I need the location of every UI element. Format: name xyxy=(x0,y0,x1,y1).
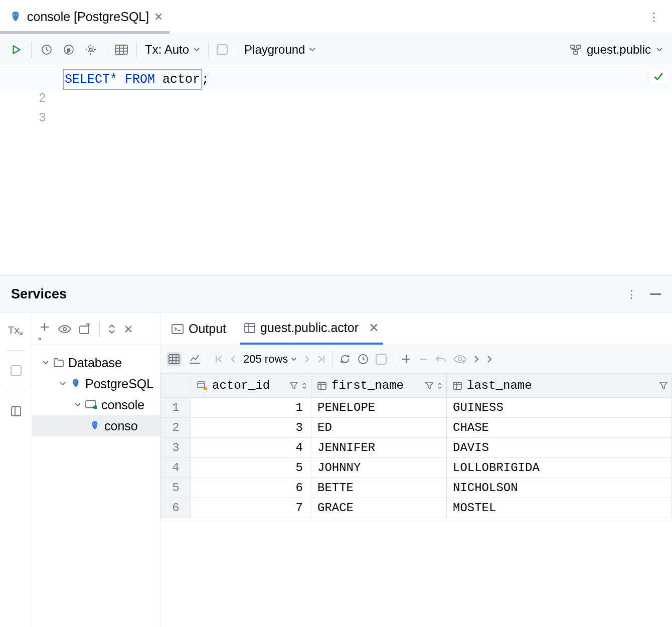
table-view-icon[interactable] xyxy=(166,352,182,366)
cell-first-name[interactable]: ED xyxy=(311,418,447,438)
add-row-icon[interactable] xyxy=(401,354,411,364)
tx-label[interactable]: Tx xyxy=(8,322,24,338)
tree-node-console[interactable]: console xyxy=(32,394,160,415)
tree-node-database[interactable]: Database xyxy=(32,352,160,373)
last-page-icon[interactable] xyxy=(317,355,325,364)
cell-first-name[interactable]: GRACE xyxy=(311,498,447,518)
svg-rect-27 xyxy=(169,355,179,364)
cell-last-name[interactable]: GUINESS xyxy=(447,398,672,418)
close-icon[interactable] xyxy=(124,325,133,334)
expand-collapse-icon[interactable] xyxy=(108,323,116,335)
cell-actor-id[interactable]: 3 xyxy=(191,418,311,438)
schema-selector[interactable]: guest.public xyxy=(570,43,663,57)
cell-actor-id[interactable]: 1 xyxy=(191,398,311,418)
column-header-first-name[interactable]: first_name xyxy=(311,374,447,398)
cell-last-name[interactable]: DAVIS xyxy=(447,438,672,458)
tab-data[interactable]: guest.public.actor ✕ xyxy=(240,313,383,345)
separator xyxy=(136,42,137,58)
line-number: 3 xyxy=(39,108,46,128)
cell-last-name[interactable]: LOLLOBRIGIDA xyxy=(447,458,672,478)
column-header-actor-id[interactable]: actor_id xyxy=(191,374,311,398)
terminal-icon xyxy=(172,324,184,334)
view-icon[interactable] xyxy=(58,325,71,334)
cell-actor-id[interactable]: 5 xyxy=(191,458,311,478)
settings-icon[interactable] xyxy=(84,43,98,57)
table-row[interactable]: 3 4 JENNIFER DAVIS xyxy=(161,438,672,458)
separator xyxy=(31,42,32,58)
cell-actor-id[interactable]: 7 xyxy=(191,498,311,518)
inspection-indicator[interactable] xyxy=(649,69,668,84)
tx-mode-label: Tx: Auto xyxy=(145,43,189,57)
row-count[interactable]: 205 rows xyxy=(243,353,297,366)
separator xyxy=(236,42,236,58)
layout-icon[interactable] xyxy=(8,403,24,419)
preview-pending-icon[interactable] xyxy=(453,355,466,364)
cell-actor-id[interactable]: 6 xyxy=(191,478,311,498)
history-icon[interactable] xyxy=(40,43,54,57)
svg-rect-13 xyxy=(12,407,21,416)
tree-label: PostgreSQL xyxy=(85,377,153,391)
tab-output[interactable]: Output xyxy=(167,313,230,345)
folder-icon xyxy=(53,358,64,368)
sort-icon[interactable] xyxy=(302,382,307,390)
first-page-icon[interactable] xyxy=(215,355,223,364)
sort-icon[interactable] xyxy=(437,382,442,390)
prev-page-icon[interactable] xyxy=(230,355,236,364)
new-session-icon[interactable] xyxy=(79,324,91,335)
history-icon[interactable] xyxy=(358,354,369,365)
editor-tab[interactable]: console [PostgreSQL] ✕ xyxy=(0,0,172,34)
tree-node-console-child[interactable]: conso xyxy=(32,415,160,436)
sql-editor[interactable]: 1 2 3 SELECT* FROM actor; xyxy=(0,65,672,276)
column-icon xyxy=(453,382,462,390)
hide-icon[interactable] xyxy=(650,293,661,295)
filter-icon[interactable] xyxy=(659,382,667,390)
key-column-icon xyxy=(197,381,207,390)
tree-node-postgresql[interactable]: PostgreSQL xyxy=(32,373,160,394)
close-icon[interactable]: ✕ xyxy=(154,11,163,24)
close-icon[interactable]: ✕ xyxy=(369,321,379,335)
add-icon[interactable] xyxy=(39,322,50,337)
cell-last-name[interactable]: MOSTEL xyxy=(447,498,672,518)
row-number-header[interactable] xyxy=(161,374,191,398)
run-icon[interactable] xyxy=(9,43,23,57)
filter-icon[interactable] xyxy=(425,382,433,390)
table-row[interactable]: 4 5 JOHNNY LOLLOBRIGIDA xyxy=(161,458,672,478)
next-page-icon[interactable] xyxy=(304,355,310,364)
column-header-last-name[interactable]: last_name xyxy=(447,374,672,398)
stop-button[interactable] xyxy=(8,363,24,379)
editor-content[interactable]: SELECT* FROM actor; xyxy=(55,65,672,275)
table-view-icon[interactable] xyxy=(114,43,128,57)
cell-actor-id[interactable]: 4 xyxy=(191,438,311,458)
more-icon[interactable]: ⋮ xyxy=(648,10,660,24)
chart-view-icon[interactable] xyxy=(189,354,201,364)
cell-last-name[interactable]: NICHOLSON xyxy=(447,478,672,498)
table-row[interactable]: 2 3 ED CHASE xyxy=(161,418,672,438)
next-icon[interactable] xyxy=(486,355,492,364)
cell-first-name[interactable]: BETTE xyxy=(311,478,447,498)
explain-plan-icon[interactable]: p xyxy=(62,43,76,57)
table-row[interactable]: 1 1 PENELOPE GUINESS xyxy=(161,398,672,418)
cell-first-name[interactable]: JENNIFER xyxy=(311,438,447,458)
chevron-down-icon xyxy=(74,402,81,407)
remove-row-icon[interactable] xyxy=(418,354,428,364)
filter-icon[interactable] xyxy=(290,382,298,390)
tx-mode-selector[interactable]: Tx: Auto xyxy=(145,43,200,57)
svg-rect-18 xyxy=(80,326,89,334)
column-icon xyxy=(317,382,326,390)
reload-icon[interactable] xyxy=(340,354,351,365)
cell-first-name[interactable]: PENELOPE xyxy=(311,398,447,418)
next-icon[interactable] xyxy=(473,355,479,364)
table-row[interactable]: 6 7 GRACE MOSTEL xyxy=(161,498,672,518)
cell-first-name[interactable]: JOHNNY xyxy=(311,458,447,478)
tab-label: Output xyxy=(189,322,226,336)
revert-icon[interactable] xyxy=(435,355,446,364)
svg-text:p: p xyxy=(67,47,70,53)
table-row[interactable]: 5 6 BETTE NICHOLSON xyxy=(161,478,672,498)
svg-rect-40 xyxy=(198,382,205,388)
editor-toolbar: p Tx: Auto Playground guest.public xyxy=(0,34,672,65)
playground-selector[interactable]: Playground xyxy=(244,43,316,57)
more-icon[interactable]: ⋮ xyxy=(626,288,637,301)
stop-button[interactable] xyxy=(376,354,387,365)
cell-last-name[interactable]: CHASE xyxy=(447,418,672,438)
stop-button[interactable] xyxy=(217,44,228,55)
